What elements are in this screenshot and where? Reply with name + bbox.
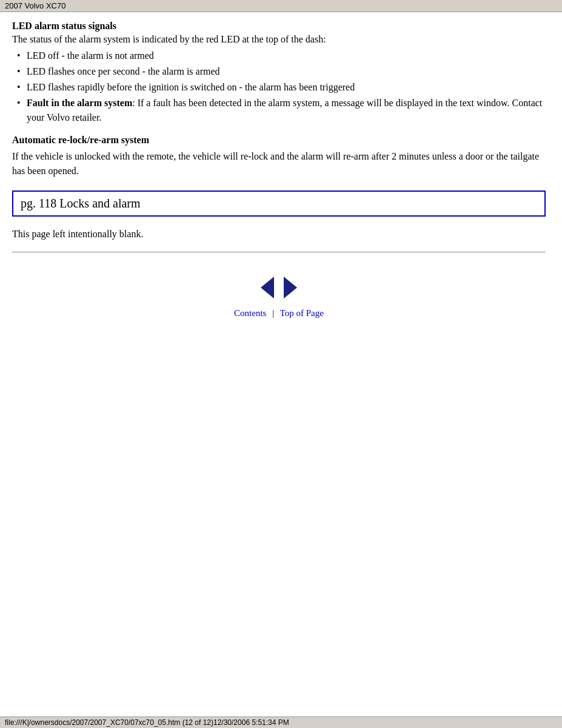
- fault-bold: Fault in the alarm system: [27, 98, 132, 108]
- list-item: LED off - the alarm is not armed: [12, 49, 546, 63]
- contents-link[interactable]: Contents: [234, 308, 266, 318]
- list-item: LED flashes rapidly before the ignition …: [12, 80, 546, 95]
- section1-heading: LED alarm status signals: [12, 21, 546, 32]
- list-item: LED flashes once per second - the alarm …: [12, 64, 546, 79]
- section1-intro: The status of the alarm system is indica…: [12, 34, 546, 45]
- page-link-box[interactable]: pg. 118 Locks and alarm: [12, 190, 546, 217]
- horizontal-divider: [12, 252, 546, 252]
- nav-links: Contents | Top of Page: [12, 308, 546, 318]
- status-bar: file:///K|/ownersdocs/2007/2007_XC70/07x…: [0, 716, 562, 728]
- nav-separator: |: [272, 308, 274, 318]
- title-text: 2007 Volvo XC70: [5, 1, 65, 10]
- title-bar: 2007 Volvo XC70: [0, 0, 562, 12]
- top-of-page-link[interactable]: Top of Page: [280, 308, 324, 318]
- next-page-button[interactable]: [284, 277, 297, 298]
- nav-section: Contents | Top of Page: [12, 265, 546, 331]
- main-content: LED alarm status signals The status of t…: [0, 12, 558, 343]
- relock-text: If the vehicle is unlocked with the remo…: [12, 149, 546, 178]
- list-item-fault: Fault in the alarm system: If a fault ha…: [12, 96, 546, 125]
- blank-page-text: This page left intentionally blank.: [12, 229, 546, 240]
- section2-heading: Automatic re-lock/re-arm system: [12, 135, 546, 146]
- nav-arrows: [12, 277, 546, 298]
- bullet-list: LED off - the alarm is not armed LED fla…: [12, 49, 546, 125]
- status-bar-text: file:///K|/ownersdocs/2007/2007_XC70/07x…: [5, 718, 289, 727]
- prev-page-button[interactable]: [261, 277, 274, 298]
